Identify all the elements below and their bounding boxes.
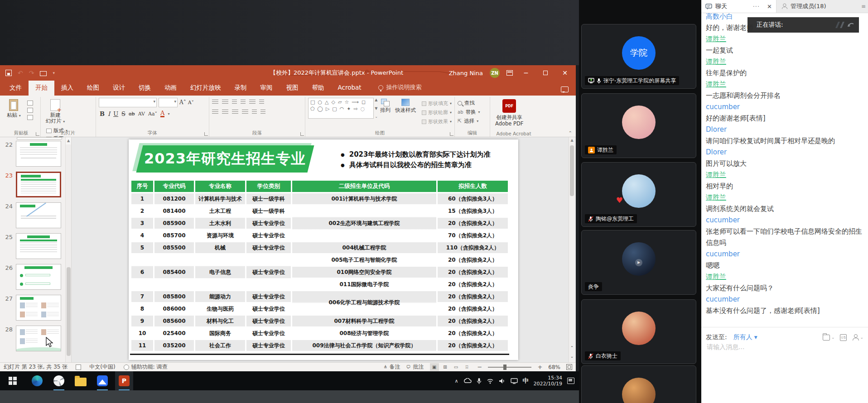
ribbon-tab-幻灯片放映[interactable]: 幻灯片放映 [183, 81, 228, 96]
replace-button[interactable]: ab替换▾ [458, 109, 480, 115]
announcement-icon[interactable]: 公告 [840, 334, 847, 341]
fit-slide-icon[interactable] [566, 364, 572, 370]
comments-toggle[interactable]: 🗩批注 [406, 363, 424, 371]
participant-tile-partial[interactable] [581, 365, 696, 403]
text-direction-icon[interactable] [259, 100, 264, 105]
bullets-icon[interactable] [212, 100, 218, 105]
align-center-icon[interactable] [222, 110, 228, 115]
microphone-icon[interactable] [477, 378, 482, 384]
ribbon-tab-视图[interactable]: 视图 [280, 81, 305, 96]
increase-indent-icon[interactable] [241, 100, 246, 105]
meeting-assist-button[interactable] [50, 371, 68, 390]
restore-button[interactable] [539, 65, 552, 81]
select-button[interactable]: ⇱选择▾ [458, 118, 480, 125]
clipboard-dialog-launcher[interactable] [36, 132, 39, 136]
account-avatar[interactable]: ZN [490, 68, 500, 78]
justify-icon[interactable] [242, 110, 248, 115]
slide-thumbnail-26[interactable] [16, 264, 61, 290]
reading-view-button[interactable]: ▭ [452, 363, 461, 371]
slide-thumbnail-22[interactable] [16, 141, 61, 167]
spell-check-icon[interactable] [76, 365, 81, 370]
font-name-combo[interactable] [99, 98, 157, 107]
font-dialog-launcher[interactable] [204, 132, 208, 136]
ribbon-tab-帮助[interactable]: 帮助 [305, 81, 331, 96]
character-spacing-button[interactable]: AV [138, 110, 145, 117]
minimize-button[interactable]: ─ [520, 65, 532, 81]
thumbnail-scrollbar[interactable]: ▲ [65, 137, 71, 362]
font-color-caret[interactable]: ▾ [168, 112, 169, 116]
text-shadow-button[interactable]: ab [129, 110, 135, 117]
zoom-in-button[interactable]: + [537, 364, 542, 370]
slideshow-view-button[interactable]: ⍓ [463, 363, 472, 371]
copy-icon[interactable] [27, 108, 33, 113]
paragraph-dialog-launcher[interactable] [300, 132, 304, 136]
shapes-scroll[interactable]: ▲▼⌄ [375, 98, 378, 119]
ribbon-display-options-icon[interactable] [506, 70, 513, 76]
tencent-meeting-button[interactable] [93, 371, 111, 390]
ime-indicator[interactable]: 中 [523, 377, 529, 385]
ribbon-tab-切换[interactable]: 切换 [132, 81, 158, 96]
slide-23[interactable]: 2023年研究生招生专业 ●2023年最终计划数以教育部实际下达计划为准 ●具体… [129, 139, 518, 360]
notes-toggle[interactable]: ≜备注 [384, 363, 400, 371]
ribbon-tab-动画[interactable]: 动画 [158, 81, 183, 96]
tab-manage-members[interactable]: 管理成员(18) [776, 0, 857, 13]
arrange-button[interactable]: 排列 [378, 98, 393, 125]
onedrive-cloud-icon[interactable] [463, 378, 472, 384]
bold-button[interactable]: B [100, 110, 105, 117]
start-button[interactable] [4, 371, 22, 390]
slideshow-icon[interactable] [40, 71, 47, 76]
volume-icon[interactable] [499, 378, 506, 384]
collapse-ribbon-icon[interactable]: ⌃ [569, 130, 572, 135]
drawing-dialog-launcher[interactable] [450, 132, 453, 136]
slide-thumbnail-27[interactable] [16, 295, 61, 321]
scroll-up-icon[interactable]: ▲ [66, 137, 71, 144]
action-center-icon[interactable] [567, 378, 574, 384]
panel-menu-icon[interactable]: ≡ [857, 0, 868, 13]
slide-scrollbar[interactable]: ▲ ⌃ ⌄ [569, 137, 575, 362]
ribbon-tab-录制[interactable]: 录制 [228, 81, 254, 96]
file-explorer-button[interactable] [72, 371, 90, 390]
paste-button[interactable]: 粘贴 ▾ [5, 98, 23, 120]
numbering-icon[interactable] [222, 100, 228, 105]
participant-tile-张宁-东莞理工学院的屏幕共享[interactable]: 学院张宁-东莞理工学院的屏幕共享 [581, 24, 696, 89]
next-slide-button[interactable]: ⌄ [570, 354, 574, 359]
participant-tile-炎争[interactable]: ▶炎争 [581, 230, 696, 295]
participant-tile-陶铭@东莞理工[interactable]: ♥陶铭@东莞理工 [581, 162, 696, 227]
customize-qat-icon[interactable]: ▾ [53, 70, 55, 76]
format-painter-icon[interactable] [27, 115, 33, 120]
save-icon[interactable] [5, 70, 12, 76]
close-button[interactable]: ✕ [559, 65, 571, 81]
smartart-convert-icon[interactable] [260, 110, 265, 115]
shape-fill-button[interactable]: 形状填充▾ [422, 100, 452, 107]
underline-button[interactable]: U [113, 110, 118, 117]
slide-thumbnail-24[interactable] [16, 202, 61, 228]
ribbon-tab-文件[interactable]: 文件 [3, 81, 29, 96]
thumbnail-scroll-thumb[interactable] [67, 267, 71, 356]
columns-icon[interactable] [252, 110, 257, 115]
font-size-combo[interactable] [159, 98, 178, 107]
shape-effects-button[interactable]: 形状效果▾ [422, 118, 452, 125]
tell-me-search[interactable]: 操作说明搜索 [368, 83, 422, 96]
mention-button[interactable]: ⌄ [852, 334, 863, 341]
send-to-dropdown[interactable]: 所有人▼ [733, 333, 757, 341]
previous-slide-button[interactable]: ⌃ [570, 345, 574, 350]
align-right-icon[interactable] [232, 110, 238, 115]
italic-button[interactable]: I [108, 110, 110, 117]
hidden-icons-caret[interactable]: ∧ [455, 378, 458, 384]
zoom-level[interactable]: 68% [548, 364, 560, 370]
scrollbar-up-icon[interactable]: ▲ [569, 138, 575, 142]
accessibility-status[interactable]: 辅助功能: 调查 [124, 363, 168, 371]
taskbar-clock[interactable]: 15:342022/10/19 [534, 375, 562, 387]
zoom-out-button[interactable]: − [477, 364, 482, 370]
slide-thumbnail-23[interactable] [16, 172, 61, 197]
shape-outline-button[interactable]: 形状轮廓▾ [422, 109, 452, 116]
find-button[interactable]: 查找 [458, 100, 480, 106]
zoom-slider-thumb[interactable] [503, 365, 506, 370]
chat-more-icon[interactable]: ··· [753, 3, 760, 10]
new-slide-button[interactable]: 新建幻灯片 ▾ [43, 98, 67, 126]
ribbon-tab-开始[interactable]: 开始 [29, 81, 54, 96]
network-icon[interactable] [487, 378, 494, 384]
align-left-icon[interactable] [212, 110, 218, 115]
redo-icon[interactable]: ↷ [29, 70, 34, 76]
shrink-font-icon[interactable]: A˅ [188, 99, 194, 106]
